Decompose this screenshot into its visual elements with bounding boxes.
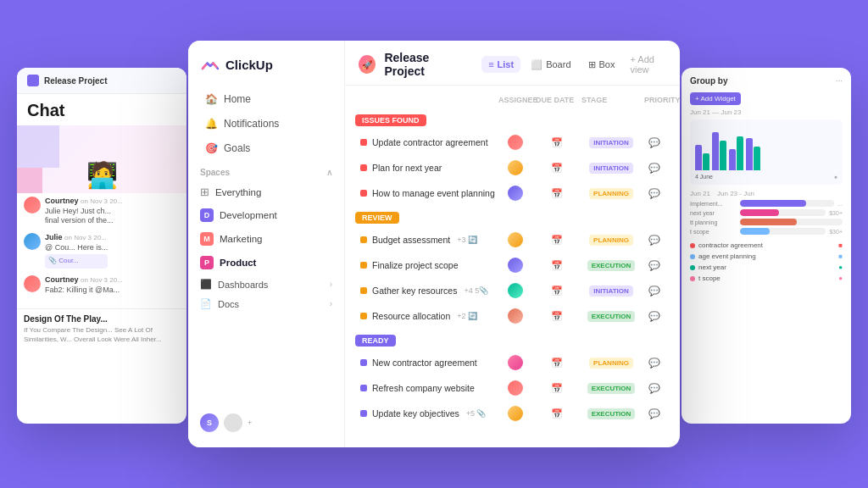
avatar	[508, 308, 523, 324]
table-row[interactable]: New contractor agreement 📅 PLANNING 💬	[355, 351, 670, 374]
stage-badge: EXECUTION	[587, 408, 636, 419]
column-headers: ASSIGNEE DUE DATE STAGE PRIORITY	[355, 92, 670, 108]
sidebar-item-marketing[interactable]: M Marketing	[188, 227, 344, 251]
gantt-chart: Jun 21Jun 23 - Jun Implement... ... next…	[690, 190, 843, 235]
dev-icon: D	[200, 208, 214, 222]
avatar	[508, 232, 523, 247]
table-row[interactable]: Resource allocation +2 🔄 📅 EXECUTION 💬	[355, 304, 670, 328]
task-dot	[360, 359, 367, 366]
bar-chart: 4 June ●	[690, 119, 843, 185]
list-icon: ≡	[488, 59, 493, 69]
chat-message: Julie on Nov 3 20... @ Cou... Here is...…	[24, 233, 180, 269]
task-dot	[360, 287, 367, 294]
task-dot	[360, 164, 367, 171]
main-panel: ClickUp 🏠 Home 🔔 Notifications 🎯 Goals S…	[188, 41, 680, 447]
gantt-row: t scope $30+	[690, 228, 843, 235]
sidebar-item-product[interactable]: P Product	[188, 251, 344, 274]
table-row[interactable]: How to manage event planning 📅 PLANNING …	[355, 181, 670, 205]
bar	[703, 153, 709, 170]
calendar-icon: 📅	[551, 188, 563, 199]
tab-box[interactable]: ⊞ Box	[581, 56, 622, 74]
bar	[729, 149, 736, 170]
task-extra: +5 📎	[466, 409, 487, 418]
arrow-right-icon: ›	[330, 280, 332, 289]
bar	[737, 136, 743, 170]
stage-badge: PLANNING	[589, 358, 633, 369]
sidebar-item-home[interactable]: 🏠 Home	[193, 87, 339, 111]
gantt-dates: Jun 21Jun 23 - Jun	[690, 190, 843, 197]
avatar	[508, 380, 523, 396]
project-icon: 🚀	[359, 55, 376, 74]
logo-area: ClickUp	[188, 54, 344, 86]
task-dot	[360, 236, 367, 243]
task-dot	[360, 139, 367, 146]
table-row[interactable]: Refresh company website 📅 EXECUTION 💬	[355, 376, 670, 400]
logo-text: ClickUp	[225, 58, 273, 72]
gantt-row: Implement... ...	[690, 200, 843, 207]
grid-icon: ⊞	[200, 186, 209, 198]
sidebar-footer: S +	[188, 407, 345, 439]
group-header-review: REVIEW	[355, 212, 670, 224]
sidebar-item-goals[interactable]: 🎯 Goals	[193, 136, 339, 160]
design-text: If You Compare The Design... See A Lot O…	[24, 326, 180, 344]
list-item: age event planning ■	[690, 251, 843, 262]
clickup-logo-icon	[200, 54, 220, 75]
task-extra: +3 🔄	[457, 236, 477, 244]
table-row[interactable]: Finalize project scope 📅 EXECUTION 💬	[355, 253, 670, 277]
comment-icon: 💬	[648, 235, 660, 246]
table-row[interactable]: Update key objectives +5 📎 📅 EXECUTION 💬	[355, 402, 670, 425]
view-tabs: ≡ List ⬜ Board ⊞ Box + Add view	[481, 51, 666, 78]
second-avatar	[224, 413, 242, 432]
tab-board[interactable]: ⬜ Board	[524, 56, 577, 74]
design-title: Design Of The Play...	[24, 314, 180, 324]
sidebar-item-everything[interactable]: ⊞ Everything	[188, 180, 344, 203]
stage-badge: EXECUTION	[587, 260, 636, 271]
task-name: Update key objectives	[372, 408, 459, 419]
bar	[754, 147, 760, 170]
task-list-area[interactable]: ASSIGNEE DUE DATE STAGE PRIORITY ISSUES …	[345, 86, 680, 447]
list-item: next year ●	[690, 262, 843, 273]
more-label: +	[248, 419, 252, 427]
content-area: 🚀 Release Project ≡ List ⬜ Board ⊞ Box +…	[345, 41, 680, 447]
table-row[interactable]: Gather key resources +4 5📎 📅 INITIATION …	[355, 279, 670, 302]
stage-badge: PLANNING	[589, 235, 633, 246]
tab-list[interactable]: ≡ List	[481, 56, 520, 73]
sidebar-item-development[interactable]: D Development	[188, 203, 344, 227]
gantt-row: tt planning	[690, 219, 843, 225]
docs-icon: 📄	[200, 298, 212, 309]
home-icon: 🏠	[205, 93, 217, 105]
chat-header: Release Project	[17, 68, 186, 94]
group-header-issues: ISSUES FOUND	[355, 114, 670, 126]
dots-icon: ···	[836, 76, 843, 86]
table-row[interactable]: Plan for next year 📅 INITIATION 💬	[355, 156, 670, 180]
avatar	[24, 275, 41, 292]
mkt-icon: M	[200, 232, 214, 246]
avatar	[508, 160, 523, 175]
chevron-icon: ∧	[326, 168, 332, 177]
comment-icon: 💬	[648, 163, 660, 174]
task-name: Budget assessment	[372, 235, 450, 245]
comment-icon: 💬	[648, 383, 660, 394]
sidebar-item-notifications[interactable]: 🔔 Notifications	[193, 112, 339, 136]
table-row[interactable]: Update contractor agreement 📅 INITIATION…	[355, 130, 670, 154]
bar	[720, 141, 726, 170]
table-row[interactable]: Budget assessment +3 🔄 📅 PLANNING 💬	[355, 228, 670, 252]
calendar-icon: 📅	[551, 235, 563, 246]
chat-panel: Release Project Chat 🧑‍💻 Courtney on Nov…	[17, 68, 186, 424]
calendar-icon: 📅	[551, 358, 563, 369]
release-project-icon	[27, 75, 39, 86]
chat-message: Courtney on Nov 3 20... Julie Hey! Just …	[24, 197, 180, 226]
sidebar-item-dashboards[interactable]: ⬛ Dashboards ›	[188, 274, 344, 294]
add-widget-button[interactable]: + Add Widget	[690, 92, 741, 105]
dashboard-icon: ⬛	[200, 279, 212, 290]
task-name: New contractor agreement	[372, 358, 477, 368]
bar	[746, 138, 753, 170]
calendar-icon: 📅	[551, 163, 563, 174]
task-name: Finalize project scope	[372, 260, 459, 270]
sidebar-item-docs[interactable]: 📄 Docs ›	[188, 294, 344, 313]
stage-badge: INITIATION	[589, 137, 633, 148]
comment-icon: 💬	[648, 408, 660, 419]
add-view-button[interactable]: + Add view	[625, 51, 666, 78]
task-name: How to manage event planning	[372, 188, 495, 198]
list-item: t scope ●	[690, 273, 843, 284]
